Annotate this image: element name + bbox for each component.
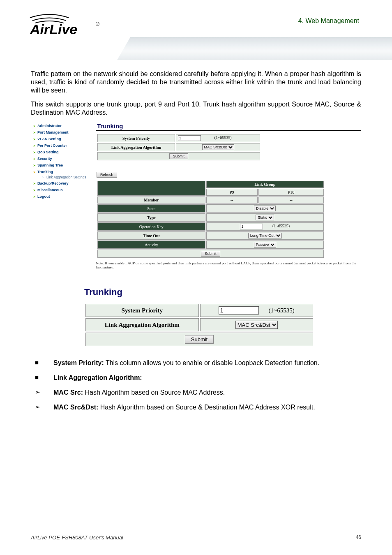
- label-link-agg-algorithm: Link Aggregation Algorithm: [97, 143, 175, 151]
- hdr-p9: P9: [206, 189, 258, 196]
- nav-qos-setting[interactable]: QoS Setting: [31, 149, 93, 155]
- detail-title: Trunking: [84, 287, 318, 298]
- nav-sub-link-aggregation[interactable]: Link Aggregation Settings: [31, 175, 93, 180]
- detail-range-system-priority: (1~65535): [269, 307, 295, 314]
- row-time-out: Time Out: [97, 231, 205, 240]
- arrow-icon: ➢: [31, 403, 53, 412]
- bullet-system-priority-text: This column allows you to enable or disa…: [104, 359, 319, 366]
- detail-label-system-priority: System Priority: [85, 304, 199, 317]
- bullet-link-agg-label: Link Aggregation Algorithm:: [53, 374, 142, 381]
- bullet-icon: ■: [31, 374, 53, 382]
- sidebar-nav: Administrator Port Management VLAN Setti…: [31, 123, 93, 200]
- row-member: Member: [97, 197, 205, 204]
- detail-table: System Priority (1~65535) Link Aggregati…: [84, 303, 314, 347]
- submit-button-grid[interactable]: Submit: [201, 251, 220, 257]
- range-system-priority: (1~65535): [214, 135, 232, 140]
- logo: AirLive ®: [27, 10, 109, 41]
- bullet-mac-src-text: Hash Algorithm based on Source MAC Addre…: [83, 389, 225, 396]
- lacp-note: Note: If you enable LACP on some specifi…: [96, 261, 361, 270]
- header-banner: [117, 37, 392, 60]
- panel-title: Trunking: [96, 123, 361, 130]
- detail-input-system-priority[interactable]: [219, 306, 259, 314]
- detail-submit-button[interactable]: Submit: [185, 335, 214, 344]
- nav-trunking[interactable]: Trunking: [31, 169, 93, 175]
- nav-miscellaneous[interactable]: Miscellaneous: [31, 187, 93, 193]
- input-system-priority[interactable]: [178, 135, 201, 141]
- select-type[interactable]: Static: [256, 215, 274, 220]
- select-link-agg-algorithm[interactable]: MAC Src&Dst: [202, 144, 234, 150]
- body-para-1: Traffic pattern on the network should be…: [31, 70, 361, 95]
- nav-logout[interactable]: Logout: [31, 193, 93, 200]
- row-state: State: [97, 204, 205, 213]
- refresh-button[interactable]: Refresh: [97, 172, 117, 178]
- label-system-priority: System Priority: [97, 134, 175, 142]
- hdr-p10: P10: [258, 189, 324, 196]
- range-operation-key: (1~65535): [272, 224, 290, 228]
- bullet-mac-srcdst-label: MAC Src&Dst:: [53, 404, 98, 411]
- nav-administrator[interactable]: Administrator: [31, 123, 93, 129]
- select-state[interactable]: Disable: [254, 206, 276, 211]
- input-operation-key[interactable]: [240, 224, 263, 229]
- row-activity: Activity: [97, 240, 205, 249]
- detail-label-link-agg: Link Aggregation Algorithm: [85, 318, 199, 331]
- bullet-mac-src-label: MAC Src:: [53, 389, 83, 396]
- nav-port-management[interactable]: Port Management: [31, 129, 93, 136]
- link-group-table: Link Group P9 P10 Member -- -- State Dis…: [97, 180, 325, 259]
- detail-select-link-agg[interactable]: MAC Src&Dst: [235, 321, 278, 329]
- bullet-icon: ■: [31, 359, 53, 367]
- footer-manual-title: AirLive POE-FSH808AT User's Manual: [31, 534, 356, 541]
- bullet-system-priority-label: System Priority:: [53, 359, 104, 366]
- footer-page-number: 46: [356, 534, 361, 541]
- row-operation-key: Operation Key: [97, 222, 205, 231]
- svg-text:AirLive: AirLive: [30, 21, 77, 37]
- hdr-link-group: Link Group: [206, 181, 324, 188]
- arrow-icon: ➢: [31, 388, 53, 397]
- chapter-label: 4. Web Management: [298, 17, 359, 25]
- nav-security[interactable]: Security: [31, 155, 93, 162]
- bullet-mac-srcdst-text: Hash Algorithm based on Source & Destina…: [98, 404, 315, 411]
- embedded-screenshot: Administrator Port Management VLAN Setti…: [31, 123, 361, 262]
- nav-backup-recovery[interactable]: Backup/Recovery: [31, 180, 93, 187]
- select-activity[interactable]: Passive: [254, 242, 276, 247]
- cell-p9-member: --: [206, 197, 258, 204]
- row-type: Type: [97, 213, 205, 222]
- svg-text:®: ®: [96, 21, 99, 27]
- nav-per-port-counter[interactable]: Per Port Counter: [31, 142, 93, 149]
- nav-vlan-setting[interactable]: VLAN Setting: [31, 136, 93, 142]
- body-para-2: This switch supports one trunk group, po…: [31, 100, 361, 117]
- submit-button-top[interactable]: Submit: [169, 153, 188, 159]
- nav-spanning-tree[interactable]: Spanning Tree: [31, 162, 93, 169]
- system-priority-table: System Priority (1~65535) Link Aggregati…: [97, 133, 261, 161]
- cell-p10-member: --: [258, 197, 324, 204]
- select-time-out[interactable]: Long Time Out: [248, 233, 282, 238]
